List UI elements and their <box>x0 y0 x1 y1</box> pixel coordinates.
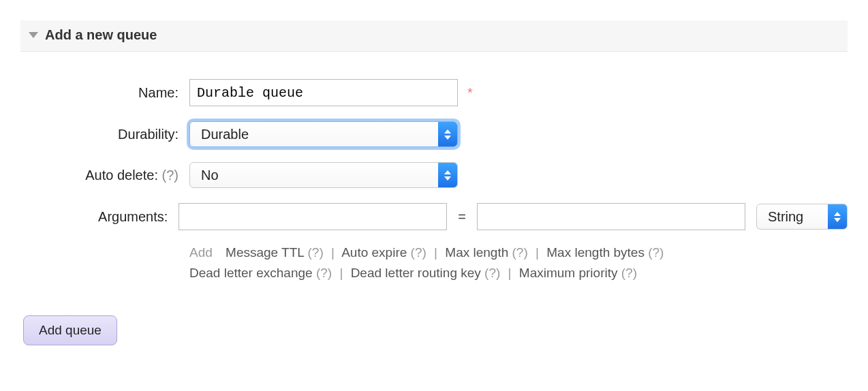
required-indicator: * <box>467 85 473 101</box>
shortcut-max-length-bytes[interactable]: Max length bytes (?) <box>546 245 664 260</box>
help-icon[interactable]: (?) <box>411 245 427 260</box>
help-icon[interactable]: (?) <box>484 266 500 280</box>
select-stepper-icon <box>828 204 847 229</box>
auto-delete-select-value: No <box>190 168 438 183</box>
shortcut-message-ttl[interactable]: Message TTL (?) <box>226 245 324 260</box>
shortcuts-add-label: Add <box>189 245 213 260</box>
help-icon[interactable]: (?) <box>316 266 332 280</box>
help-icon[interactable]: (?) <box>648 245 664 260</box>
row-auto-delete: Auto delete: (?) No <box>20 162 848 188</box>
label-auto-delete: Auto delete: (?) <box>20 168 189 183</box>
argument-type-select[interactable]: String <box>756 204 848 230</box>
label-auto-delete-text: Auto delete: <box>85 168 158 183</box>
select-stepper-icon <box>438 163 457 187</box>
help-icon[interactable]: (?) <box>621 266 637 280</box>
select-stepper-icon <box>438 122 457 146</box>
shortcut-maximum-priority[interactable]: Maximum priority (?) <box>519 266 637 280</box>
argument-type-select-value: String <box>757 209 828 225</box>
label-name: Name: <box>20 85 189 101</box>
name-input[interactable] <box>189 79 458 106</box>
add-queue-form: Name: * Durability: Durable Auto delete: <box>20 52 848 345</box>
shortcut-dead-letter-exchange[interactable]: Dead letter exchange (?) <box>189 266 332 280</box>
argument-key-input[interactable] <box>179 203 447 230</box>
label-durability: Durability: <box>20 127 189 142</box>
chevron-down-icon <box>29 32 38 38</box>
section-header[interactable]: Add a new queue <box>20 20 848 52</box>
row-durability: Durability: Durable <box>20 121 848 147</box>
shortcuts-line-2: Dead letter exchange (?) | Dead letter r… <box>189 266 637 280</box>
durability-select[interactable]: Durable <box>189 121 458 147</box>
label-arguments: Arguments: <box>20 209 179 225</box>
auto-delete-select[interactable]: No <box>189 162 458 188</box>
help-icon[interactable]: (?) <box>512 245 528 260</box>
shortcut-auto-expire[interactable]: Auto expire (?) <box>341 245 427 260</box>
shortcuts-line-1: Message TTL (?) | Auto expire (?) | Max … <box>226 245 664 260</box>
row-name: Name: * <box>20 79 848 106</box>
equals-sign: = <box>454 209 470 225</box>
help-icon[interactable]: (?) <box>307 245 323 260</box>
row-arguments: Arguments: = String <box>20 203 848 230</box>
shortcut-max-length[interactable]: Max length (?) <box>445 245 527 260</box>
help-icon[interactable]: (?) <box>162 168 179 183</box>
durability-select-value: Durable <box>190 127 438 142</box>
section-title: Add a new queue <box>45 27 157 43</box>
add-queue-button[interactable]: Add queue <box>23 315 117 345</box>
shortcut-dead-letter-routing-key[interactable]: Dead letter routing key (?) <box>351 266 501 280</box>
argument-value-input[interactable] <box>477 203 745 230</box>
argument-shortcuts: Add Message TTL (?) | Auto expire (?) | … <box>189 243 803 284</box>
